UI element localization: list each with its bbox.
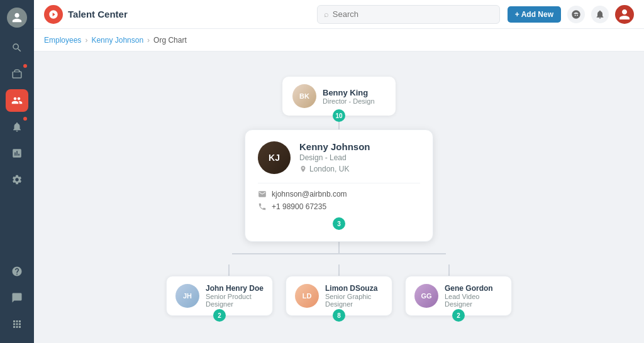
benny-info: Benny King Director - Design <box>323 88 375 105</box>
h-branch <box>175 253 502 264</box>
breadcrumb-employees[interactable]: Employees <box>44 36 81 45</box>
benny-badge: 10 <box>333 109 345 122</box>
email-icon <box>258 190 267 199</box>
sidebar-item-chat[interactable] <box>6 286 28 309</box>
kenny-contact: kjohnson@airbnb.com +1 98900 67235 <box>258 190 420 211</box>
limon-role: Senior Graphic Designer <box>325 293 383 308</box>
kenny-email-row: kjohnson@airbnb.com <box>258 190 420 199</box>
v-drop-gene <box>448 264 450 276</box>
drop-limon <box>286 264 392 276</box>
gene-role: Lead Video Designer <box>445 293 502 308</box>
gene-avatar: GG <box>414 284 438 308</box>
kenny-johnson-card[interactable]: KJ Kenny Johnson Design - Lead London, U… <box>245 129 433 242</box>
logo-icon <box>44 5 63 24</box>
branch-right-space <box>446 253 502 264</box>
john-doe-card[interactable]: JH John Henry Doe Senior Product Designe… <box>166 276 273 316</box>
sidebar-item-chart[interactable] <box>6 142 28 165</box>
level-top: BK Benny King Director - Design 10 <box>282 77 396 116</box>
kenny-phone-row: +1 98900 67235 <box>258 202 420 211</box>
sidebar-item-briefcase[interactable] <box>6 63 28 85</box>
three-drops <box>175 264 502 276</box>
kenny-card-header: KJ Kenny Johnson Design - Lead London, U… <box>258 141 420 174</box>
level-main: KJ Kenny Johnson Design - Lead London, U… <box>245 129 433 242</box>
kenny-badge: 3 <box>333 217 345 230</box>
add-new-button[interactable]: + Add New <box>508 6 561 23</box>
smile-icon-btn[interactable] <box>567 6 585 23</box>
breadcrumb-sep-2: › <box>147 36 150 45</box>
branch-left-space <box>175 253 232 264</box>
breadcrumb-orgchart: Org Chart <box>153 36 187 45</box>
sidebar-item-settings[interactable] <box>6 168 28 191</box>
kenny-name: Kenny Johnson <box>299 141 420 152</box>
v-drop-limon <box>338 264 340 276</box>
sidebar-item-help[interactable] <box>6 260 28 283</box>
john-role: Senior Product Designer <box>206 293 264 308</box>
sidebar-item-people[interactable] <box>6 89 28 112</box>
john-avatar: JH <box>175 284 199 308</box>
gene-name: Gene Gordon <box>445 284 502 293</box>
drop-john <box>175 264 282 276</box>
limon-badge: 8 <box>333 309 345 322</box>
kenny-info: Kenny Johnson Design - Lead London, UK <box>299 141 420 173</box>
kenny-card-divider <box>258 183 420 183</box>
benny-king-card[interactable]: BK Benny King Director - Design 10 <box>282 77 396 116</box>
org-chart-content: BK Benny King Director - Design 10 <box>34 52 644 343</box>
breadcrumb-kenny[interactable]: Kenny Johnson <box>91 36 143 45</box>
search-box[interactable]: ⌕ <box>317 5 500 24</box>
drop-gene <box>396 264 502 276</box>
limon-info: Limon DSouza Senior Graphic Designer <box>325 284 383 308</box>
connector-to-children <box>47 242 631 276</box>
h-line <box>232 253 446 254</box>
sidebar-item-search[interactable] <box>6 36 28 59</box>
breadcrumb: Employees › Kenny Johnson › Org Chart <box>34 29 644 52</box>
phone-icon <box>258 202 267 211</box>
kenny-phone: +1 98900 67235 <box>272 202 326 211</box>
children-row: JH John Henry Doe Senior Product Designe… <box>166 276 512 316</box>
topbar-actions: + Add New <box>508 5 634 24</box>
sidebar-item-bell[interactable] <box>6 116 28 138</box>
user-avatar-sidebar[interactable] <box>7 8 27 28</box>
org-chart: BK Benny King Director - Design 10 <box>47 64 631 329</box>
gene-info: Gene Gordon Lead Video Designer <box>445 284 502 308</box>
limon-avatar: LD <box>295 284 319 308</box>
john-badge: 2 <box>213 309 226 322</box>
limon-dsouza-card[interactable]: LD Limon DSouza Senior Graphic Designer … <box>286 276 392 316</box>
app-title: Talent Center <box>68 9 128 19</box>
kenny-avatar: KJ <box>258 141 291 174</box>
limon-name: Limon DSouza <box>325 284 383 293</box>
sidebar-item-apps[interactable] <box>6 313 28 335</box>
notification-icon-btn[interactable] <box>591 6 609 23</box>
user-avatar-topbar[interactable] <box>615 5 634 24</box>
breadcrumb-sep-1: › <box>85 36 87 45</box>
gene-gordon-card[interactable]: GG Gene Gordon Lead Video Designer 2 <box>405 276 512 316</box>
kenny-email: kjohnson@airbnb.com <box>272 190 347 199</box>
v-drop-john <box>228 264 230 276</box>
sidebar <box>0 0 34 343</box>
v-line-to-branch <box>338 242 340 253</box>
john-name: John Henry Doe <box>206 284 264 293</box>
gene-badge: 2 <box>452 309 465 322</box>
benny-king-branch: BK Benny King Director - Design 10 <box>282 77 396 116</box>
search-icon: ⌕ <box>324 9 329 19</box>
topbar: Talent Center ⌕ + Add New <box>34 0 644 29</box>
benny-name: Benny King <box>323 88 375 97</box>
search-input[interactable] <box>333 9 493 19</box>
app-logo: Talent Center <box>44 5 128 24</box>
benny-role: Director - Design <box>323 97 375 105</box>
benny-avatar: BK <box>292 84 316 108</box>
kenny-role: Design - Lead <box>299 153 420 162</box>
kenny-location: London, UK <box>299 165 420 173</box>
main-content: Talent Center ⌕ + Add New Employees › Ke… <box>34 0 644 343</box>
john-info: John Henry Doe Senior Product Designer <box>206 284 264 308</box>
